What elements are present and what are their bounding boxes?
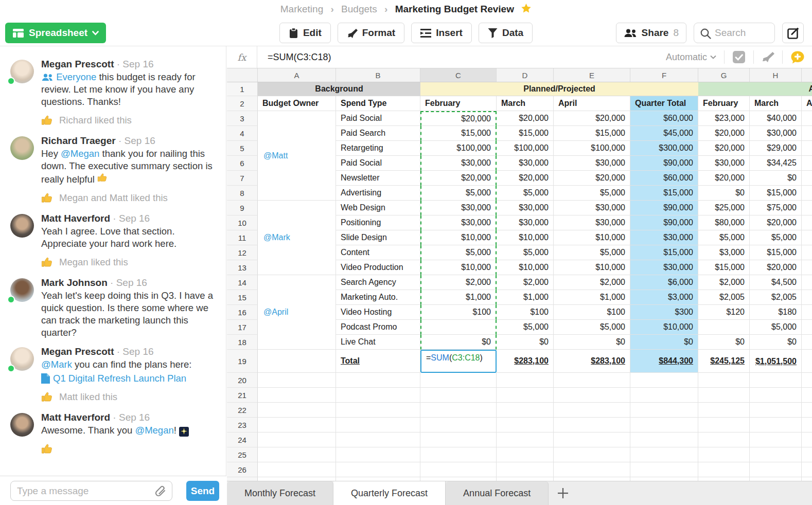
thumbs-up-icon[interactable]	[41, 443, 53, 455]
cell-B18[interactable]: Live Chat	[336, 335, 420, 350]
cell-B21[interactable]	[336, 388, 420, 403]
column-header-E[interactable]: E	[554, 68, 630, 82]
cell-B6[interactable]: Paid Social	[336, 156, 420, 171]
row-header-16[interactable]: 16	[227, 305, 258, 320]
cell-G23[interactable]	[698, 418, 750, 432]
cell-E8[interactable]: $5,000	[554, 186, 630, 201]
sheet-tab[interactable]: Quarterly Forecast	[333, 481, 446, 505]
cell-D7[interactable]: $20,000	[497, 171, 554, 186]
row-header-20[interactable]: 20	[227, 373, 258, 388]
cell-I22[interactable]	[802, 403, 812, 418]
cell-G24[interactable]	[698, 432, 750, 447]
cell-B3[interactable]: Paid Social	[336, 111, 420, 126]
cell-H7[interactable]: $0	[750, 171, 802, 186]
cell-C27[interactable]	[420, 477, 497, 481]
cell-A2[interactable]: Budget Owner	[258, 96, 336, 111]
cell-B25[interactable]	[336, 447, 420, 462]
cell-C8[interactable]: $5,000	[420, 186, 497, 201]
cell-I24[interactable]	[802, 432, 812, 447]
format-painter-button[interactable]	[762, 51, 774, 63]
cell-D11[interactable]: $10,000	[497, 230, 554, 245]
share-button[interactable]: Share 8	[616, 23, 686, 43]
cell-B17[interactable]: Podcast Promo	[336, 320, 420, 335]
cell-H3[interactable]: $40,000	[750, 111, 802, 126]
row-header-23[interactable]: 23	[227, 418, 258, 432]
cell-D10[interactable]: $30,000	[497, 215, 554, 230]
cell-D27[interactable]	[497, 477, 554, 481]
cell-B24[interactable]	[336, 432, 420, 447]
cell-D14[interactable]: $2,000	[497, 275, 554, 290]
cell-E24[interactable]	[554, 432, 630, 447]
cell-H2[interactable]: March	[750, 96, 802, 111]
cell-B15[interactable]: Marketing Auto.	[336, 290, 420, 305]
cell-D2[interactable]: March	[497, 96, 554, 111]
cell-A21[interactable]	[258, 388, 336, 403]
cell-F24[interactable]	[630, 432, 698, 447]
cell-I20[interactable]	[802, 373, 812, 388]
cell-E25[interactable]	[554, 447, 630, 462]
cell-H20[interactable]	[750, 373, 802, 388]
cell-F27[interactable]	[630, 477, 698, 481]
cell-D26[interactable]	[497, 462, 554, 477]
cell-D4[interactable]: $15,000	[497, 126, 554, 141]
cell-E12[interactable]: $5,000	[554, 245, 630, 260]
cell-B19[interactable]: Total	[336, 350, 420, 373]
cell-C6[interactable]: $30,000	[420, 156, 497, 171]
column-header-D[interactable]: D	[497, 68, 554, 82]
cell-H13[interactable]: $20,000	[750, 260, 802, 275]
cell-C12[interactable]: $5,000	[420, 245, 497, 260]
row-header-13[interactable]: 13	[227, 260, 258, 275]
row-header-26[interactable]: 26	[227, 462, 258, 477]
row-header-4[interactable]: 4	[227, 126, 258, 141]
cell-D6[interactable]: $30,000	[497, 156, 554, 171]
cell-E15[interactable]: $1,000	[554, 290, 630, 305]
cell-E13[interactable]: $10,000	[554, 260, 630, 275]
row-header-21[interactable]: 21	[227, 388, 258, 403]
cell-A24[interactable]	[258, 432, 336, 447]
cell-F3[interactable]: $60,000	[630, 111, 698, 126]
cell-H11[interactable]: $5,000	[750, 230, 802, 245]
cell-H27[interactable]	[750, 477, 802, 481]
cell-I12[interactable]	[802, 245, 812, 260]
cell-B7[interactable]: Newsletter	[336, 171, 420, 186]
band-actual[interactable]: Actual	[698, 82, 812, 96]
cell-B9[interactable]: Web Design	[336, 201, 420, 215]
insert-button[interactable]: Insert	[411, 23, 472, 43]
row-header-9[interactable]: 9	[227, 201, 258, 215]
cell-D17[interactable]: $5,000	[497, 320, 554, 335]
cell-A19[interactable]	[258, 350, 336, 373]
cell-F4[interactable]: $45,000	[630, 126, 698, 141]
cell-F14[interactable]: $6,000	[630, 275, 698, 290]
cell-E9[interactable]: $30,000	[554, 201, 630, 215]
cell-F8[interactable]: $15,000	[630, 186, 698, 201]
star-icon[interactable]	[521, 3, 532, 14]
cell-F19[interactable]: $844,300	[630, 350, 698, 373]
cell-C15[interactable]: $1,000	[420, 290, 497, 305]
data-button[interactable]: Data	[479, 23, 533, 43]
column-header-F[interactable]: F	[630, 68, 698, 82]
cell-G8[interactable]: $0	[698, 186, 750, 201]
mention-link[interactable]: @Megan	[61, 148, 99, 159]
cell-E14[interactable]: $2,000	[554, 275, 630, 290]
cell-D22[interactable]	[497, 403, 554, 418]
cell-I3[interactable]	[802, 111, 812, 126]
cell-G18[interactable]: $0	[698, 335, 750, 350]
cell-E4[interactable]: $15,000	[554, 126, 630, 141]
cell-F15[interactable]: $3,000	[630, 290, 698, 305]
cell-D19[interactable]: $283,100	[497, 350, 554, 373]
cell-C14[interactable]: $2,000	[420, 275, 497, 290]
search-input[interactable]	[715, 23, 771, 43]
column-header-A[interactable]: A	[258, 68, 336, 82]
thumbs-up-icon[interactable]	[97, 172, 108, 183]
cell-A22[interactable]	[258, 403, 336, 418]
cell-C22[interactable]	[420, 403, 497, 418]
thumbs-up-icon[interactable]	[41, 256, 53, 268]
cell-I10[interactable]	[802, 215, 812, 230]
cell-F26[interactable]	[630, 462, 698, 477]
owner-merged-cell[interactable]: @Matt	[258, 111, 336, 201]
cell-D25[interactable]	[497, 447, 554, 462]
cell-B27[interactable]	[336, 477, 420, 481]
cell-E17[interactable]: $5,000	[554, 320, 630, 335]
cell-E20[interactable]	[554, 373, 630, 388]
cell-B2[interactable]: Spend Type	[336, 96, 420, 111]
